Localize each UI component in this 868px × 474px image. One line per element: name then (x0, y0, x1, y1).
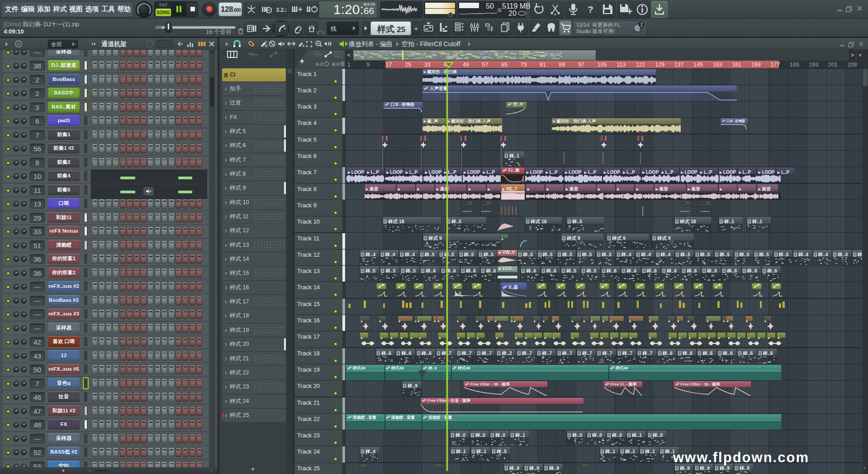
svg-text:3.2.:: 3.2.: (276, 7, 287, 13)
svg-text:2: 2 (640, 22, 643, 27)
svg-text:?: ? (588, 4, 593, 14)
svg-text:⟳: ⟳ (17, 42, 21, 47)
